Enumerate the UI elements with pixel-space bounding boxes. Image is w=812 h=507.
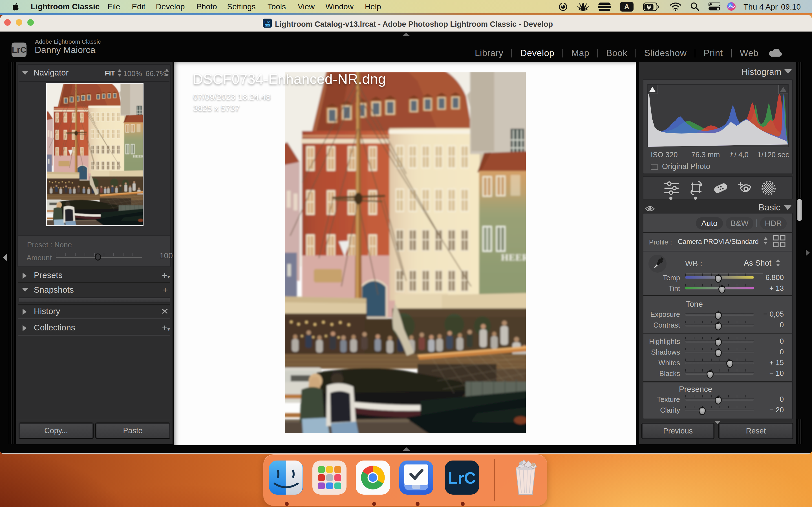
svg-text:A: A bbox=[624, 3, 629, 11]
svg-text:LrC: LrC bbox=[448, 469, 476, 487]
svg-text:Lrc: Lrc bbox=[264, 20, 270, 24]
svg-text:CAT: CAT bbox=[265, 24, 269, 27]
